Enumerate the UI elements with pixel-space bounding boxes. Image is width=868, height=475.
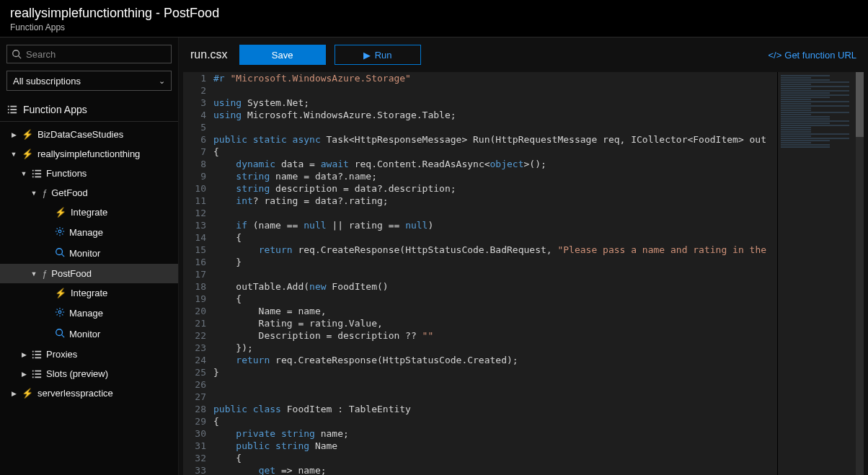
page-title: reallysimplefunctionthing - PostFood	[10, 6, 858, 21]
page-subtitle: Function Apps	[10, 22, 858, 32]
list-icon	[32, 369, 42, 379]
subscription-dropdown[interactable]: All subscriptions ⌄	[6, 71, 172, 91]
tree-item-getfood[interactable]: ▼ƒGetFood	[0, 183, 178, 203]
tree-item-monitor[interactable]: Monitor	[0, 324, 178, 345]
tree-item-reallysimplefunctionthing[interactable]: ▼⚡reallysimplefunctionthing	[0, 144, 178, 164]
chevron-down-icon: ⌄	[159, 76, 165, 86]
tree-item-label: Integrate	[71, 207, 107, 218]
svg-point-25	[58, 311, 61, 314]
svg-rect-43	[35, 370, 41, 371]
svg-rect-9	[35, 169, 41, 171]
code-icon: </>	[768, 50, 781, 61]
svg-line-1	[19, 56, 22, 59]
chevron-icon: ▶	[10, 390, 17, 397]
tree-item-label: Proxies	[46, 349, 77, 360]
lightning-icon: ⚡	[22, 388, 33, 399]
tree-item-bizdatacasestudies[interactable]: ▶⚡BizDataCaseStudies	[0, 125, 178, 144]
tree-item-manage[interactable]: Manage	[0, 222, 178, 243]
svg-rect-3	[10, 106, 17, 107]
svg-rect-13	[35, 176, 41, 177]
svg-point-0	[13, 50, 19, 57]
svg-rect-12	[32, 176, 34, 177]
chevron-icon: ▶	[20, 370, 27, 378]
tree-item-label: Integrate	[71, 288, 107, 298]
svg-rect-5	[10, 109, 17, 110]
svg-line-19	[57, 228, 58, 229]
content: run.csx Save ▶ Run </> Get function URL …	[179, 37, 868, 475]
tree-item-label: PostFood	[51, 268, 92, 279]
svg-rect-36	[32, 350, 34, 352]
tree: ▶⚡BizDataCaseStudies▼⚡reallysimplefuncti…	[0, 122, 178, 475]
svg-line-35	[62, 335, 65, 338]
svg-rect-38	[32, 354, 34, 355]
file-name-label: run.csx	[190, 48, 228, 61]
svg-rect-45	[35, 373, 41, 375]
chevron-icon: ▶	[20, 351, 27, 358]
scrollbar-thumb[interactable]	[856, 72, 864, 137]
monitor-icon	[55, 328, 65, 340]
tree-item-integrate[interactable]: ⚡Integrate	[0, 203, 178, 222]
tree-item-label: Functions	[46, 168, 87, 179]
svg-rect-39	[35, 354, 41, 355]
save-button[interactable]: Save	[239, 45, 326, 65]
svg-rect-11	[35, 173, 41, 174]
svg-rect-6	[8, 112, 9, 114]
search-icon	[12, 49, 22, 59]
code-editor[interactable]: 1234567891011121314151617181920212223242…	[183, 72, 864, 475]
chevron-icon: ▼	[30, 190, 37, 197]
search-input[interactable]	[22, 49, 167, 60]
chevron-icon: ▼	[20, 170, 27, 177]
tree-item-functions[interactable]: ▼Functions	[0, 164, 178, 183]
tree-item-label: reallysimplefunctionthing	[37, 148, 140, 159]
tree-item-label: GetFood	[51, 187, 88, 198]
tree-item-integrate[interactable]: ⚡Integrate	[0, 283, 178, 303]
search-box[interactable]	[6, 45, 172, 63]
run-button[interactable]: ▶ Run	[335, 45, 421, 65]
chevron-icon: ▼	[10, 151, 17, 158]
svg-point-14	[58, 230, 61, 233]
get-function-url-link[interactable]: </> Get function URL	[768, 50, 856, 61]
svg-rect-10	[32, 173, 34, 174]
tree-item-label: Slots (preview)	[46, 368, 108, 379]
svg-rect-46	[32, 376, 34, 378]
svg-rect-7	[10, 112, 17, 114]
tree-item-label: Monitor	[69, 329, 100, 339]
function-icon: ƒ	[42, 268, 47, 279]
svg-point-34	[56, 329, 63, 336]
tree-item-label: Manage	[69, 227, 103, 238]
lightning-icon: ⚡	[22, 148, 33, 159]
lightning-icon: ⚡	[55, 288, 66, 298]
svg-rect-8	[32, 169, 34, 171]
svg-line-30	[57, 309, 58, 310]
svg-rect-47	[35, 376, 41, 378]
svg-line-31	[62, 314, 63, 315]
list-icon	[7, 105, 17, 115]
tree-item-serverlesspractice[interactable]: ▶⚡serverlesspractice	[0, 383, 178, 403]
chevron-icon: ▼	[30, 270, 37, 278]
svg-line-32	[57, 314, 58, 315]
root-label[interactable]: Function Apps	[0, 98, 178, 122]
svg-rect-2	[8, 106, 9, 107]
tree-item-label: Monitor	[69, 248, 100, 259]
svg-line-24	[62, 254, 65, 257]
svg-line-33	[62, 309, 63, 310]
svg-rect-44	[32, 373, 34, 375]
function-icon: ƒ	[42, 187, 47, 198]
list-icon	[32, 169, 42, 179]
svg-line-21	[57, 234, 58, 234]
tree-item-label: serverlesspractice	[37, 388, 113, 399]
svg-point-23	[56, 249, 63, 255]
svg-rect-40	[32, 357, 34, 358]
tree-item-label: Manage	[69, 308, 103, 319]
tree-item-postfood[interactable]: ▼ƒPostFood	[0, 264, 178, 283]
tree-item-proxies[interactable]: ▶Proxies	[0, 345, 178, 364]
tree-item-slots-preview-[interactable]: ▶Slots (preview)	[0, 364, 178, 383]
toolbar: run.csx Save ▶ Run </> Get function URL	[179, 37, 868, 72]
tree-item-manage[interactable]: Manage	[0, 303, 178, 324]
subscription-label: All subscriptions	[13, 76, 81, 86]
minimap[interactable]	[777, 72, 864, 475]
gear-icon	[55, 226, 65, 239]
tree-item-monitor[interactable]: Monitor	[0, 243, 178, 264]
code-area[interactable]: #r "Microsoft.WindowsAzure.Storage"using…	[213, 72, 777, 475]
svg-rect-4	[8, 109, 9, 110]
